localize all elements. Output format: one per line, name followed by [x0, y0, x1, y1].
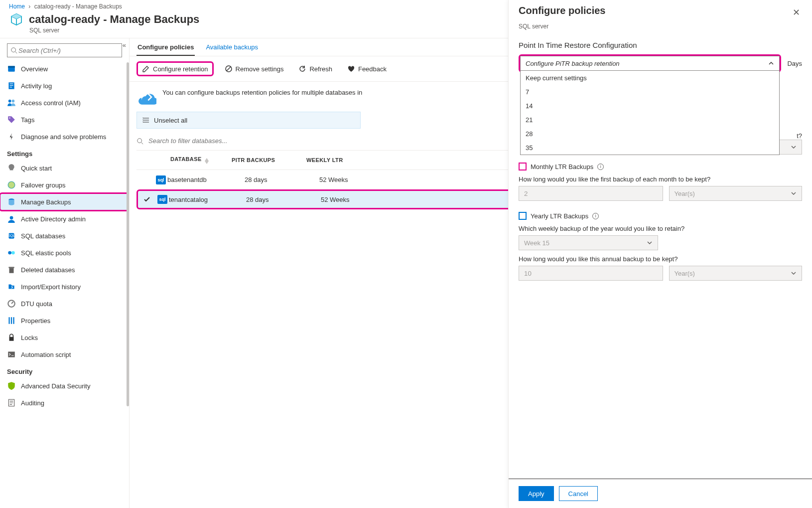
nav-properties[interactable]: Properties [0, 312, 129, 329]
nav-sql-databases[interactable]: SQLSQL databases [0, 227, 129, 244]
svg-text:SQL: SQL [8, 234, 15, 238]
tab-configure-policies[interactable]: Configure policies [136, 43, 195, 56]
nav-activity-log[interactable]: Activity log [0, 77, 129, 94]
quick-start-icon [7, 164, 16, 172]
nav-auditing[interactable]: Auditing [0, 394, 129, 411]
yearly-question-1: Which weekly backup of the year would yo… [519, 225, 802, 232]
page-title: catalog-ready - Manage Backups [29, 13, 199, 26]
refresh-button[interactable]: Refresh [294, 63, 336, 75]
svg-point-14 [10, 216, 13, 219]
nav-automation-script[interactable]: Automation script [0, 346, 129, 363]
nav-overview[interactable]: Overview [0, 60, 129, 77]
info-icon[interactable]: i [592, 213, 599, 219]
info-icon[interactable]: i [597, 164, 604, 170]
close-panel-button[interactable]: ✕ [791, 5, 802, 20]
sql-db-badge-icon: sql [156, 175, 166, 184]
nav-deleted-db[interactable]: Deleted databases [0, 261, 129, 278]
tab-available-backups[interactable]: Available backups [205, 43, 259, 56]
svg-rect-26 [8, 351, 15, 357]
button-label: Configure retention [153, 65, 208, 73]
svg-rect-6 [10, 85, 13, 86]
dropdown-option[interactable]: 35 [521, 141, 779, 155]
chevron-down-icon [791, 270, 797, 276]
col-database[interactable]: DATABASE [170, 156, 202, 162]
sort-icon[interactable] [205, 158, 209, 164]
nav-advanced-security[interactable]: Advanced Data Security [0, 377, 129, 394]
button-label: Unselect all [154, 117, 187, 124]
nav-access-control[interactable]: Access control (IAM) [0, 94, 129, 111]
nav-elastic-pools[interactable]: SQL elastic pools [0, 244, 129, 261]
col-pitr[interactable]: PITR BACKUPS [232, 157, 306, 163]
page-subtitle: SQL server [29, 27, 199, 34]
chevron-down-icon [647, 240, 653, 246]
nav-label: Active Directory admin [21, 215, 86, 223]
unselect-all-button[interactable]: Unselect all [136, 112, 361, 129]
configure-retention-button[interactable]: Configure retention [136, 61, 214, 76]
nav-label: SQL elastic pools [21, 249, 71, 257]
nav-failover-groups[interactable]: Failover groups [0, 176, 129, 193]
pitr-dropdown-list: Keep current settings 7 14 21 28 35 [520, 71, 780, 155]
svg-rect-22 [8, 317, 9, 324]
dropdown-placeholder: Configure PiTR backup retention [526, 60, 620, 67]
svg-point-12 [8, 181, 15, 188]
auditing-icon [7, 398, 16, 407]
pitr-retention-dropdown[interactable]: Configure PiTR backup retention Keep cur… [519, 54, 781, 72]
nav-ad-admin[interactable]: Active Directory admin [0, 210, 129, 227]
nav-tags[interactable]: Tags [0, 111, 129, 128]
pitr-value: 28 days [246, 196, 321, 203]
trash-icon [7, 265, 16, 274]
db-name: tenantcatalog [169, 196, 208, 203]
svg-rect-7 [10, 87, 12, 87]
yearly-value-input[interactable] [519, 266, 663, 281]
nav-label: SQL databases [21, 232, 65, 240]
weekly-question-partial: t? [797, 132, 802, 140]
breadcrumb-home[interactable]: Home [9, 3, 25, 10]
feedback-button[interactable]: Feedback [343, 63, 391, 75]
monthly-value-input[interactable] [519, 186, 663, 201]
yearly-unit-dropdown[interactable]: Year(s) [669, 266, 803, 281]
svg-point-10 [9, 118, 10, 119]
svg-point-30 [137, 138, 142, 143]
pitr-section-title: Point In Time Restore Configuration [519, 37, 802, 51]
nav-import-export[interactable]: Import/Export history [0, 278, 129, 295]
diagnose-icon [7, 132, 16, 141]
tags-icon [7, 115, 16, 124]
nav-manage-backups[interactable]: Manage Backups [0, 193, 129, 210]
nav-locks[interactable]: Locks [0, 329, 129, 346]
dropdown-option[interactable]: Keep current settings [521, 71, 779, 85]
panel-title: Configure policies [519, 5, 605, 16]
shield-icon [7, 381, 16, 390]
sidebar-search-input[interactable] [17, 46, 119, 55]
db-name: basetenantdb [167, 176, 207, 183]
dropdown-option[interactable]: 21 [521, 113, 779, 127]
button-label: Remove settings [236, 65, 284, 73]
svg-point-8 [8, 100, 11, 103]
row-checkbox[interactable] [138, 195, 156, 203]
svg-rect-24 [13, 317, 14, 324]
nav-label: Locks [21, 334, 38, 341]
access-control-icon [7, 98, 16, 107]
nav-label: Tags [21, 116, 34, 124]
monthly-ltr-checkbox[interactable] [519, 163, 527, 170]
properties-icon [7, 316, 16, 325]
sidebar-scrollbar[interactable] [127, 62, 129, 406]
monthly-question: How long would you like the first backup… [519, 175, 802, 183]
sidebar-search[interactable] [7, 43, 122, 57]
collapse-sidebar-icon[interactable]: « [123, 41, 126, 49]
nav-quick-start[interactable]: Quick start [0, 160, 129, 176]
svg-rect-3 [8, 66, 15, 67]
nav-label: Advanced Data Security [21, 382, 90, 390]
ad-admin-icon [7, 214, 16, 223]
yearly-week-dropdown[interactable]: Week 15 [519, 235, 658, 250]
dropdown-option[interactable]: 28 [521, 127, 779, 141]
apply-button[interactable]: Apply [519, 486, 554, 501]
cancel-button[interactable]: Cancel [559, 486, 598, 501]
nav-diagnose[interactable]: Diagnose and solve problems [0, 128, 129, 145]
remove-settings-button[interactable]: Remove settings [221, 63, 288, 75]
yearly-ltr-checkbox[interactable] [519, 212, 527, 220]
nav-label: Failover groups [21, 181, 66, 189]
nav-dtu-quota[interactable]: DTU quota [0, 295, 129, 312]
monthly-unit-dropdown[interactable]: Year(s) [669, 186, 803, 201]
dropdown-option[interactable]: 14 [521, 99, 779, 113]
dropdown-option[interactable]: 7 [521, 85, 779, 99]
